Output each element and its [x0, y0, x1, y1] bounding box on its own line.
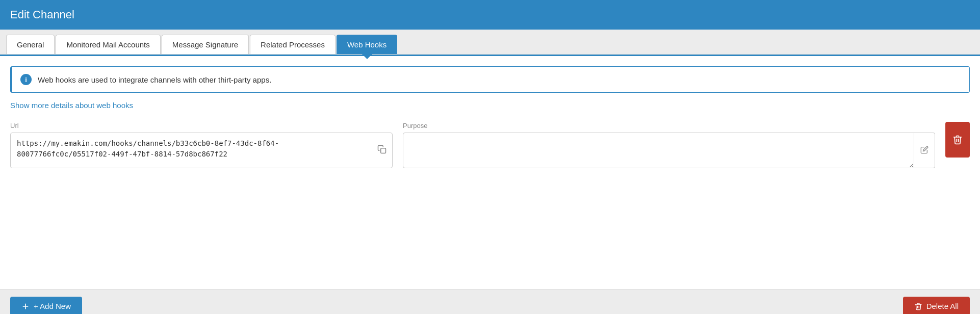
tab-web-hooks[interactable]: Web Hooks	[337, 35, 397, 54]
add-new-label: + Add New	[34, 302, 71, 310]
delete-row-button[interactable]	[945, 122, 970, 158]
info-icon: i	[20, 74, 32, 85]
edit-icon	[920, 146, 929, 154]
purpose-wrapper	[403, 133, 935, 168]
url-label: Url	[10, 122, 393, 129]
tab-general[interactable]: General	[6, 35, 55, 54]
page-title: Edit Channel	[10, 8, 74, 21]
webhook-form-row: Url Purpose	[10, 122, 970, 168]
footer-bar: + Add New Delete All	[0, 289, 980, 314]
delete-all-trash-icon	[914, 302, 922, 310]
info-text: Web hooks are used to integrate channels…	[38, 75, 271, 84]
edit-purpose-button[interactable]	[914, 133, 935, 168]
info-banner: i Web hooks are used to integrate channe…	[10, 66, 970, 93]
purpose-input[interactable]	[403, 133, 914, 168]
url-form-group: Url	[10, 122, 393, 168]
copy-url-button[interactable]	[375, 143, 389, 158]
url-field-wrapper	[10, 133, 393, 168]
tab-bar: General Monitored Mail Accounts Message …	[0, 30, 980, 55]
url-input[interactable]	[10, 133, 393, 168]
tab-related-processes[interactable]: Related Processes	[250, 35, 336, 54]
add-new-button[interactable]: + Add New	[10, 297, 82, 314]
plus-icon	[21, 302, 30, 310]
purpose-label: Purpose	[403, 122, 935, 129]
tab-monitored-mail-accounts[interactable]: Monitored Mail Accounts	[56, 35, 160, 54]
purpose-form-group: Purpose	[403, 122, 935, 168]
delete-all-label: Delete All	[926, 302, 959, 310]
copy-icon	[377, 145, 386, 154]
delete-all-button[interactable]: Delete All	[903, 297, 970, 314]
page-header: Edit Channel	[0, 0, 980, 30]
svg-rect-0	[381, 148, 386, 153]
show-more-link[interactable]: Show more details about web hooks	[10, 101, 133, 110]
tab-message-signature[interactable]: Message Signature	[162, 35, 249, 54]
trash-icon	[952, 135, 963, 145]
tab-content: i Web hooks are used to integrate channe…	[0, 55, 980, 289]
